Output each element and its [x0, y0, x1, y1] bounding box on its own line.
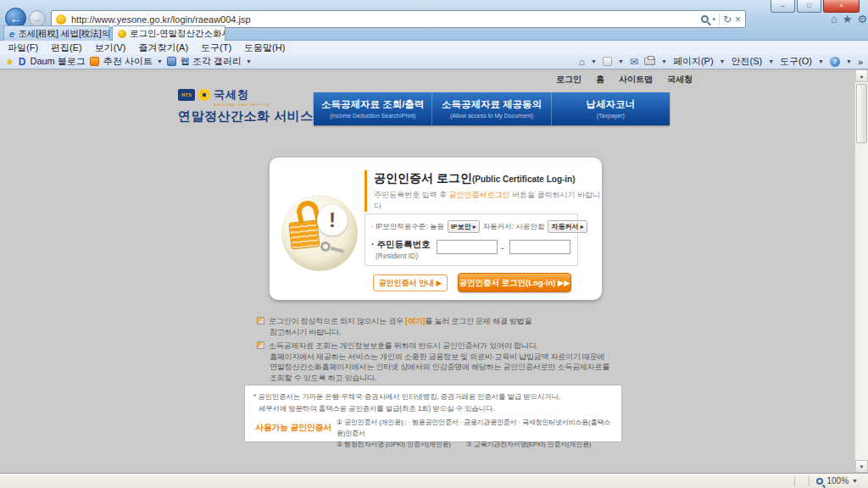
- ip-security-label: · IP보안적용수준: 높음: [371, 222, 444, 232]
- menu-bar: 파일(F) 편집(E) 보기(V) 즐겨찾기(A) 도구(T) 도움말(H): [0, 41, 868, 54]
- certificate-guide-button[interactable]: 공인인증서 안내 ▶: [373, 274, 448, 291]
- zoom-level: 100%: [826, 476, 849, 485]
- ip-security-button[interactable]: IP보안 ▸: [448, 220, 480, 233]
- feeds-icon[interactable]: [603, 57, 612, 66]
- address-bar-icons: ▾ ↻ ×: [701, 14, 741, 25]
- forward-button[interactable]: →: [29, 10, 46, 27]
- browser-quick-icons: ⌂ ★ ⚙: [831, 13, 867, 25]
- lock-illustration: !: [281, 195, 358, 271]
- notice-bullet-icon: [257, 341, 264, 349]
- search-icon[interactable]: [701, 15, 709, 23]
- divider: [794, 476, 795, 486]
- favorites-bar: ★ D Daum 블로그 추천 사이트 ▼ 웹 조각 갤러리 ▼ ⌂ ▼ ▼ ✉…: [0, 54, 868, 69]
- help-icon[interactable]: ?: [830, 57, 840, 67]
- chevron-down-icon[interactable]: ▼: [591, 58, 597, 64]
- chevron-down-icon: ▼: [818, 58, 824, 64]
- resident-id-input-back[interactable]: [509, 240, 570, 254]
- favorite-daum-blog[interactable]: Daum 블로그: [30, 55, 85, 68]
- menu-tools[interactable]: 도구(T): [201, 42, 231, 54]
- command-tools[interactable]: 도구(O): [780, 55, 812, 68]
- chevron-down-icon[interactable]: ▼: [661, 58, 667, 64]
- login-title: 공인인증서 로그인: [374, 171, 472, 185]
- chevron-down-icon[interactable]: ▼: [618, 58, 624, 64]
- browser-window: – □ × ← → http://www.yesone.go.kr/login/…: [0, 0, 868, 488]
- certificate-login-panel: ! 공인인증서 로그인(Public Certificate Log-in) 주…: [270, 158, 602, 300]
- tab-inactive[interactable]: e 조세[租稅] 세법[稅法]의 실무...: [3, 25, 110, 41]
- menu-favorites[interactable]: 즐겨찾기(A): [138, 42, 188, 54]
- zoom-magnifier-icon: [816, 478, 823, 485]
- print-icon[interactable]: [644, 58, 655, 65]
- scroll-up-icon[interactable]: ▲: [855, 69, 868, 82]
- tab-active[interactable]: 로그인-연말정산간소화서... ×: [112, 25, 225, 41]
- chevron-down-icon[interactable]: ▼: [246, 58, 252, 64]
- daum-icon: D: [19, 56, 26, 68]
- home-icon[interactable]: ⌂: [579, 56, 585, 68]
- divider: [809, 476, 810, 486]
- certbox-info-line1: * 공인인증서는 가까운 은행·우체국·증권사에서 인터넷뱅킹, 증권거래용 인…: [253, 392, 621, 402]
- scroll-down-icon[interactable]: ▼: [855, 460, 868, 473]
- command-page[interactable]: 페이지(P): [673, 55, 714, 68]
- available-certs-list: ① 공인인증서 (개인용) : · 범용공인인증서 · 금융기관용인증서 · 국…: [337, 417, 616, 450]
- read-mail-icon[interactable]: ✉: [630, 56, 638, 68]
- minimize-button[interactable]: –: [771, 0, 795, 13]
- close-button[interactable]: ×: [823, 0, 860, 13]
- resident-id-label: · 주민등록번호: [371, 239, 430, 251]
- utility-nts-link[interactable]: 국세청: [667, 74, 693, 86]
- stop-icon[interactable]: ×: [735, 14, 741, 25]
- restore-button[interactable]: □: [797, 0, 821, 13]
- favorite-web-slice-gallery[interactable]: 웹 조각 갤러리: [181, 55, 242, 68]
- tab-title: 조세[租稅] 세법[稅法]의 실무...: [18, 28, 110, 40]
- lock-body-icon: [288, 219, 320, 249]
- nav-taxpayer-corner[interactable]: 납세자코너 (Taxpayer): [551, 92, 670, 125]
- available-certificates-box: * 공인인증서는 가까운 은행·우체국·증권사에서 인터넷뱅킹, 증권거래용 인…: [244, 385, 622, 442]
- login-subtitle: 주민등록번호 입력 후 공인인증서로그인 버튼을 클릭하시기 바랍니다: [374, 190, 602, 212]
- url-text[interactable]: http://www.yesone.go.kr/login/raeaw004.j…: [71, 14, 701, 25]
- here-link[interactable]: [여기]: [405, 317, 425, 325]
- menu-view[interactable]: 보기(V): [95, 42, 126, 54]
- site-logo[interactable]: NTS 국세청 NATIONAL TAX SERVICE 연말정산간소화 서비스: [178, 87, 314, 125]
- certificate-login-button[interactable]: 공인인증서 로그인(Log-in) ▶▶: [458, 273, 571, 292]
- nav-provide-consent[interactable]: 소득공제자료 제공동의 (Allow access to My Document…: [431, 92, 550, 125]
- resident-id-dash: -: [501, 243, 504, 252]
- cert-item-2-3: ② 행정전자서명 (GPKI) 인증서(개인용)③ 교육기관전자서명(EPKI)…: [337, 439, 616, 450]
- home-icon[interactable]: ⌂: [831, 13, 837, 25]
- menu-help[interactable]: 도움말(H): [244, 42, 285, 54]
- resident-id-label-block: · 주민등록번호 (Resident ID): [371, 239, 430, 260]
- browser-chrome: – □ × ← → http://www.yesone.go.kr/login/…: [0, 0, 868, 41]
- utility-links: 로그인 홈 사이트맵 국세청: [556, 74, 693, 86]
- subtitle-cert-login-link: 공인인증서로그인: [449, 191, 510, 199]
- utility-login-link[interactable]: 로그인: [556, 74, 581, 86]
- zoom-control[interactable]: 100% ▼: [816, 476, 858, 485]
- chevron-down-icon: ▼: [846, 58, 852, 64]
- chevron-down-icon[interactable]: ▼: [157, 58, 163, 64]
- resident-id-input-front[interactable]: [437, 240, 498, 254]
- login-title-en: (Public Certificate Log-in): [472, 175, 576, 184]
- nav-income-deduction-search[interactable]: 소득공제자료 조회/출력 (Income Deduction Search/Pr…: [314, 92, 431, 125]
- refresh-icon[interactable]: ↻: [723, 14, 732, 25]
- main-navigation: 소득공제자료 조회/출력 (Income Deduction Search/Pr…: [314, 92, 670, 125]
- ie-page-icon: e: [9, 29, 14, 39]
- settings-gear-icon[interactable]: ⚙: [858, 13, 868, 25]
- status-bar: 100% ▼: [0, 473, 868, 488]
- address-dropdown-icon[interactable]: ▾: [712, 16, 715, 23]
- favorite-suggested-sites[interactable]: 추천 사이트: [103, 55, 153, 68]
- scrollbar-thumb[interactable]: [856, 84, 867, 143]
- favorites-star-icon[interactable]: ★: [843, 13, 853, 25]
- yesone-favicon-icon: [118, 30, 126, 38]
- key-stem-icon: [331, 247, 344, 253]
- auto-cursor-button[interactable]: 자동커서 ▸: [548, 220, 587, 233]
- add-favorite-star-icon[interactable]: ★: [5, 56, 14, 68]
- alert-icon: !: [317, 205, 348, 236]
- menu-file[interactable]: 파일(F): [8, 42, 38, 54]
- utility-sitemap-link[interactable]: 사이트맵: [619, 74, 653, 86]
- vertical-scrollbar[interactable]: ▲ ▼: [854, 69, 868, 473]
- overflow-chevron-icon[interactable]: »: [858, 57, 863, 67]
- command-safety[interactable]: 안전(S): [732, 55, 763, 68]
- key-icon: [320, 241, 331, 252]
- menu-edit[interactable]: 편집(E): [51, 42, 82, 54]
- nts-flower-icon: [198, 89, 210, 101]
- utility-home-link[interactable]: 홈: [596, 74, 604, 86]
- divider: [719, 14, 720, 25]
- notice-bullet-icon: [257, 317, 264, 324]
- certbox-info-line2: 세무서에 방문하여 홈택스용 공인증서를 발급(최초 1회) 받으실 수 있습니…: [259, 404, 621, 414]
